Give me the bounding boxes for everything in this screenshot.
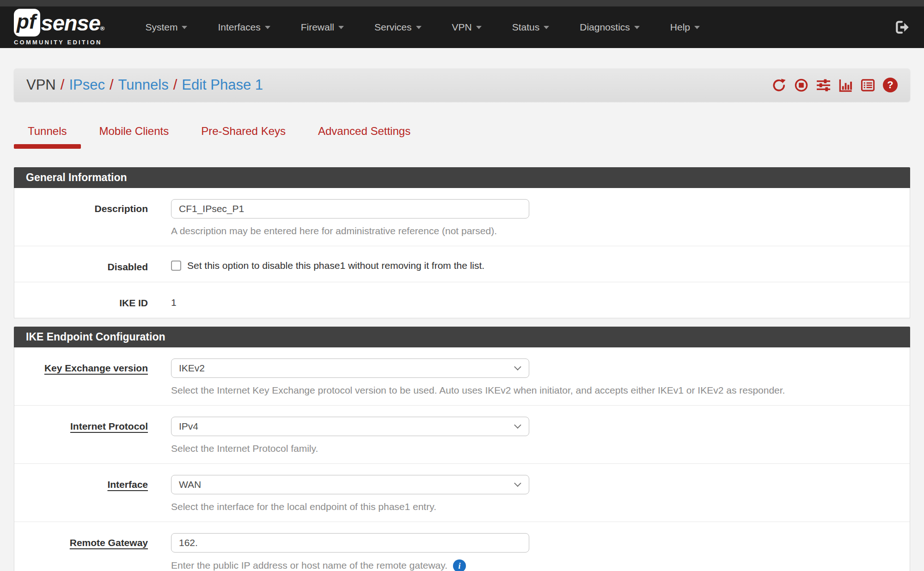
remote-gateway-help: Enter the public IP address or host name… [171,559,898,571]
related-log-icon[interactable] [861,78,875,92]
caret-down-icon [265,26,270,29]
field-label-ike-id: IKE ID [14,293,171,309]
form-row-key-exchange-version: Key Exchange version IKEv2 Select the In… [14,347,910,406]
pfsense-logo-sense: sense® [41,12,104,34]
breadcrumb-root: VPN [26,77,56,93]
field-label-key-exchange-version: Key Exchange version [14,358,171,396]
caret-down-icon [476,26,482,29]
tab-tunnels[interactable]: Tunnels [14,123,81,149]
disabled-checkbox-label[interactable]: Set this option to disable this phase1 w… [187,260,484,271]
section-ike-endpoint-configuration: IKE Endpoint Configuration Key Exchange … [14,327,910,571]
internet-protocol-help: Select the Internet Protocol family. [171,443,898,454]
disabled-checkbox[interactable] [171,261,181,271]
breadcrumb-separator: / [105,77,118,93]
field-label-internet-protocol: Internet Protocol [14,417,171,454]
related-status-icon[interactable] [838,78,853,92]
description-help: A description may be entered here for ad… [171,225,898,237]
tab-bar: Tunnels Mobile Clients Pre-Shared Keys A… [14,123,910,149]
menu-system[interactable]: System [130,22,202,33]
remote-gateway-input[interactable] [171,533,529,553]
menu-vpn[interactable]: VPN [437,22,497,33]
internet-protocol-select[interactable]: IPv4 [171,417,529,436]
key-exchange-version-help: Select the Internet Key Exchange protoco… [171,385,898,396]
main-menu: System Interfaces Firewall Services VPN … [130,22,715,33]
description-input[interactable] [171,199,529,219]
interface-select[interactable]: WAN [171,475,529,494]
tab-pre-shared-keys[interactable]: Pre-Shared Keys [187,123,300,149]
pfsense-logo-pf: pf [14,9,40,36]
menu-firewall[interactable]: Firewall [286,22,359,33]
sign-out-icon[interactable] [894,19,910,35]
form-row-remote-gateway: Remote Gateway Enter the public IP addre… [14,522,910,571]
caret-down-icon [694,26,700,29]
registered-mark: ® [100,25,104,32]
section-panel: Description A description may be entered… [14,188,910,318]
section-title: General Information [14,167,910,188]
section-general-information: General Information Description A descri… [14,167,910,318]
form-row-description: Description A description may be entered… [14,188,910,246]
stop-service-icon[interactable] [794,78,808,92]
pfsense-logo-wordmark: pf sense® [14,9,104,36]
interface-help: Select the interface for the local endpo… [171,501,898,512]
menu-interfaces[interactable]: Interfaces [202,22,285,33]
menu-status[interactable]: Status [497,22,565,33]
form-row-internet-protocol: Internet Protocol IPv4 Select the Intern… [14,406,910,464]
chevron-down-icon [514,421,521,429]
tab-advanced-settings[interactable]: Advanced Settings [304,123,424,149]
caret-down-icon [338,26,344,29]
caret-down-icon [416,26,422,29]
restart-service-icon[interactable] [772,78,786,92]
related-settings-icon[interactable] [816,78,831,92]
field-label-disabled: Disabled [14,257,171,273]
community-edition-label: COMMUNITY EDITION [14,39,104,46]
breadcrumb-link-edit-phase1[interactable]: Edit Phase 1 [182,77,263,93]
field-label-description: Description [14,199,171,237]
breadcrumb-separator: / [56,77,69,93]
info-icon[interactable]: i [453,559,466,571]
menu-diagnostics[interactable]: Diagnostics [564,22,655,33]
form-row-disabled: Disabled Set this option to disable this… [14,246,910,282]
menu-services[interactable]: Services [359,22,437,33]
window-chrome-strip [0,0,924,6]
caret-down-icon [634,26,640,29]
menu-help[interactable]: Help [655,22,715,33]
page-action-icons: ? [772,78,898,92]
help-icon[interactable]: ? [883,78,898,92]
field-label-interface: Interface [14,475,171,512]
pfsense-logo[interactable]: pf sense® COMMUNITY EDITION [14,9,104,46]
breadcrumb-separator: / [169,77,182,93]
form-row-interface: Interface WAN Select the interface for t… [14,464,910,522]
breadcrumb: VPN/IPsec/Tunnels/Edit Phase 1 [26,77,263,93]
section-panel: Key Exchange version IKEv2 Select the In… [14,347,910,571]
breadcrumb-link-ipsec[interactable]: IPsec [69,77,105,93]
chevron-down-icon [514,363,521,371]
tab-mobile-clients[interactable]: Mobile Clients [86,123,183,149]
form-row-ike-id: IKE ID 1 [14,282,910,318]
ike-id-value: 1 [171,293,898,308]
caret-down-icon [544,26,549,29]
chevron-down-icon [514,480,521,487]
navbar: pf sense® COMMUNITY EDITION System Inter… [0,6,924,48]
key-exchange-version-select[interactable]: IKEv2 [171,358,529,378]
caret-down-icon [182,26,187,29]
field-label-remote-gateway: Remote Gateway [14,533,171,571]
section-title: IKE Endpoint Configuration [14,327,910,347]
breadcrumb-bar: VPN/IPsec/Tunnels/Edit Phase 1 [14,68,910,102]
breadcrumb-link-tunnels[interactable]: Tunnels [118,77,169,93]
